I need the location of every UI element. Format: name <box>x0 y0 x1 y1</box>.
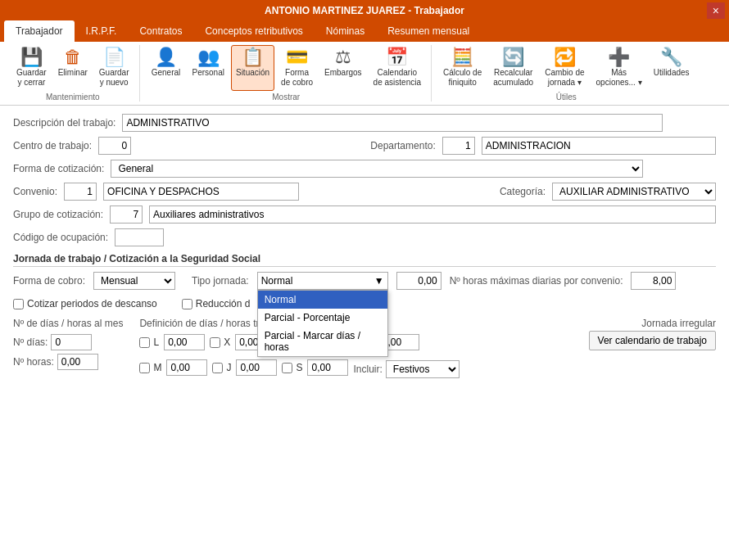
num-horas-row: Nº horas: <box>13 354 123 370</box>
calendario-button[interactable]: 📅 Calendariode asistencia <box>369 45 426 91</box>
lunes-hours[interactable] <box>164 334 205 350</box>
jornada-irregular-label: Jornada irregular <box>641 318 716 329</box>
calculo-icon: 🧮 <box>451 48 473 66</box>
forma-cobro-label2: Forma de cobro: <box>13 275 85 287</box>
categoria-select[interactable]: AUXILIAR ADMINISTRATIVO <box>552 183 716 201</box>
convenio-categoria-row: Convenio: Categoría: AUXILIAR ADMINISTRA… <box>13 183 716 201</box>
forma-cotizacion-row: Forma de cotización: General <box>13 160 716 178</box>
option-parcial-marcar[interactable]: Parcial - Marcar días / horas <box>258 327 387 356</box>
tab-contratos[interactable]: Contratos <box>128 20 193 42</box>
embargos-button[interactable]: ⚖ Embargos <box>319 45 367 91</box>
descripcion-input[interactable] <box>122 114 663 132</box>
jueves-text: J <box>226 362 231 373</box>
general-label: General <box>152 68 181 78</box>
incluir-select[interactable]: Festivos Laborables Todos <box>386 360 460 378</box>
jueves-hours[interactable] <box>236 359 277 376</box>
martes-label[interactable]: M <box>139 362 161 373</box>
cotizar-label: Cotizar periodos de descanso <box>27 298 157 309</box>
convenio-num-input[interactable] <box>64 183 97 201</box>
forma-cotizacion-label: Forma de cotización: <box>13 163 104 174</box>
lunes-label[interactable]: L <box>139 336 159 348</box>
forma-cobro-button[interactable]: 💳 Formade cobro <box>276 45 318 91</box>
save-new-button[interactable]: 📄 Guardary nuevo <box>94 45 134 91</box>
tipo-jornada-label: Tipo jornada: <box>192 275 249 287</box>
forma-cotizacion-select[interactable]: General <box>111 160 643 178</box>
horas-max-label: Nº horas máximas diarias por convenio: <box>450 275 623 287</box>
save-close-button[interactable]: 💾 Guardary cerrar <box>11 45 52 91</box>
save-icon: 💾 <box>20 48 43 66</box>
embargos-icon: ⚖ <box>335 48 351 66</box>
tipo-jornada-dropdown[interactable]: Normal ▼ Normal Parcial - Porcentaje Par… <box>257 272 388 290</box>
tab-resumen[interactable]: Resumen mensual <box>376 20 481 42</box>
centro-label: Centro de trabajo: <box>13 140 92 151</box>
ribbon-group-utiles: 🧮 Cálculo definiquito 🔄 Recalcularacumul… <box>433 45 700 102</box>
tab-trabajador[interactable]: Trabajador <box>4 20 75 42</box>
codigo-label: Código de ocupación: <box>13 232 108 243</box>
departamento-num-input[interactable] <box>442 137 475 155</box>
ribbon-group-mostrar: 👤 General 👥 Personal 📋 Situación 💳 Forma… <box>142 45 432 102</box>
num-dias-input[interactable] <box>51 334 92 350</box>
tab-irpf[interactable]: I.R.P.F. <box>75 20 129 42</box>
reduccion-checkbox[interactable] <box>182 299 192 309</box>
close-button[interactable]: × <box>707 2 725 19</box>
sabado-check[interactable] <box>282 363 292 373</box>
recalcular-button[interactable]: 🔄 Recalcularacumulado <box>488 45 538 91</box>
sabado-label[interactable]: S <box>282 362 302 373</box>
centro-input[interactable] <box>98 137 131 155</box>
miercoles-label[interactable]: X <box>210 336 230 348</box>
martes-check[interactable] <box>139 363 150 373</box>
horas-max-input[interactable] <box>631 272 676 290</box>
grupo-name-input[interactable] <box>149 205 716 224</box>
weekdays-row2: M J S Incluir: Festivos Labor <box>139 357 459 378</box>
martes-text: M <box>153 362 161 373</box>
utilidades-button[interactable]: 🔧 Utilidades <box>649 45 695 91</box>
convenio-label: Convenio: <box>13 186 57 197</box>
mantenimiento-label: Mantenimiento <box>46 93 100 102</box>
cambio-button[interactable]: 🔁 Cambio dejornada ▾ <box>540 45 589 91</box>
jueves-check[interactable] <box>212 363 223 373</box>
personal-button[interactable]: 👥 Personal <box>188 45 229 91</box>
calendario-icon: 📅 <box>386 48 408 66</box>
num-horas-input[interactable] <box>57 354 98 370</box>
cotizar-checkbox[interactable] <box>13 299 24 309</box>
jornada-section-title: Jornada de trabajo / Cotización a la Seg… <box>13 253 716 267</box>
calculo-label: Cálculo definiquito <box>443 68 482 88</box>
delete-label: Eliminar <box>58 68 88 78</box>
general-button[interactable]: 👤 General <box>147 45 186 91</box>
dias-col: Nº de días / horas al mes Nº días: Nº ho… <box>13 318 123 370</box>
cotizar-checkbox-label[interactable]: Cotizar periodos de descanso <box>13 298 157 309</box>
convenio-name-input[interactable] <box>103 183 299 201</box>
mostrar-label: Mostrar <box>272 93 300 102</box>
cambio-label: Cambio dejornada ▾ <box>545 68 584 88</box>
forma-cobro-icon: 💳 <box>286 48 308 66</box>
lunes-check[interactable] <box>139 337 150 348</box>
mas-label: Másopciones... ▾ <box>596 68 642 88</box>
martes-hours[interactable] <box>166 359 207 376</box>
grupo-num-input[interactable] <box>110 205 143 224</box>
miercoles-check[interactable] <box>210 337 220 348</box>
delete-button[interactable]: 🗑 Eliminar <box>53 45 93 91</box>
tab-conceptos[interactable]: Conceptos retributivos <box>193 20 314 42</box>
departamento-name-input[interactable] <box>482 137 716 155</box>
option-parcial-porcentaje[interactable]: Parcial - Porcentaje <box>258 309 387 327</box>
reduccion-checkbox-label[interactable]: Reducción d <box>182 298 251 309</box>
sabado-hours[interactable] <box>307 359 348 376</box>
codigo-input[interactable] <box>115 228 164 246</box>
num-dias-row: Nº días: <box>13 334 123 350</box>
calendario-label: Calendariode asistencia <box>374 68 421 88</box>
jueves-label[interactable]: J <box>212 362 231 373</box>
option-normal[interactable]: Normal <box>258 291 387 309</box>
forma-cobro-select[interactable]: Mensual <box>93 272 175 290</box>
dias-horas-label: Nº de días / horas al mes <box>13 318 123 329</box>
mas-opciones-button[interactable]: ➕ Másopciones... ▾ <box>591 45 647 91</box>
tab-nominas[interactable]: Nóminas <box>315 20 376 42</box>
horas-field[interactable] <box>396 272 441 290</box>
cobro-jornada-row: Forma de cobro: Mensual Tipo jornada: No… <box>13 272 716 290</box>
calculo-button[interactable]: 🧮 Cálculo definiquito <box>438 45 487 91</box>
personal-label: Personal <box>192 68 224 78</box>
utilidades-label: Utilidades <box>654 68 690 78</box>
tipo-jornada-select[interactable]: Normal ▼ <box>257 272 388 290</box>
miercoles-text: X <box>224 336 230 348</box>
situacion-button[interactable]: 📋 Situación <box>231 45 274 91</box>
ver-calendario-button[interactable]: Ver calendario de trabajo <box>589 331 716 350</box>
